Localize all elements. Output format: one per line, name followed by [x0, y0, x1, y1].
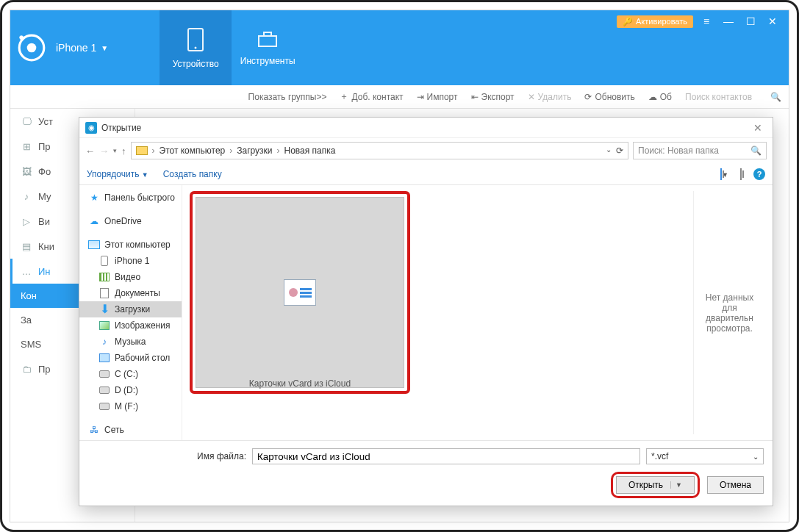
svg-point-1 [27, 43, 37, 53]
organize-menu[interactable]: Упорядочить ▼ [87, 169, 148, 179]
activate-button[interactable]: 🔑 Активировать [617, 15, 693, 28]
drive-icon [98, 369, 110, 379]
minimize-icon[interactable]: — [720, 15, 737, 28]
svg-rect-5 [264, 32, 271, 36]
breadcrumb-item[interactable]: Загрузки [237, 145, 272, 156]
chevron-down-icon[interactable]: ▼ [670, 481, 682, 489]
annotation-highlight: Карточки vCard из iCloud [190, 191, 410, 394]
briefcase-icon [257, 30, 279, 51]
tab-tools[interactable]: Инструменты [232, 10, 304, 85]
tree-node[interactable]: Рабочий стол [79, 350, 182, 366]
dialog-footer: Имя файла: *.vcf ⌄ Открыть ▼ Отмена [79, 440, 773, 506]
info-icon: … [21, 265, 32, 277]
preview-pane: Нет данных для дварительн просмотра. [693, 191, 765, 434]
folder-icon [136, 146, 148, 155]
star-icon: ★ [88, 193, 100, 203]
delete-button[interactable]: ✕Удалить [528, 92, 572, 102]
annotation-highlight: Открыть ▼ [611, 472, 700, 498]
file-item-selected[interactable]: Карточки vCard из iCloud [196, 197, 404, 388]
drive-icon [98, 385, 110, 395]
cancel-button[interactable]: Отмена [707, 476, 764, 494]
new-folder-button[interactable]: Создать папку [163, 169, 222, 179]
breadcrumb-bar[interactable]: › Этот компьютер › Загрузки › Новая папк… [131, 142, 629, 159]
tree-node[interactable]: iPhone 1 [79, 253, 182, 269]
import-icon: ⇥ [417, 92, 424, 102]
show-groups-button[interactable]: Показать группы>> [248, 92, 327, 102]
back-icon[interactable]: ← [85, 145, 95, 157]
download-icon: ⬇ [98, 304, 110, 314]
tab-label: Устройство [173, 59, 219, 69]
plus-icon: ＋ [340, 90, 348, 103]
tree-network[interactable]: 🖧Сеть [79, 422, 182, 438]
help-icon[interactable]: ? [753, 168, 765, 180]
app-logo [10, 10, 53, 85]
tree-node[interactable]: Видео [79, 269, 182, 285]
chevron-down-icon: ▼ [142, 171, 148, 179]
up-icon[interactable]: ↑ [121, 145, 126, 157]
tab-device[interactable]: Устройство [160, 10, 232, 85]
file-caption: Карточки vCard из iCloud [196, 378, 404, 389]
tree-node[interactable]: Изображения [79, 317, 182, 334]
device-icon [98, 256, 110, 266]
close-icon[interactable]: ✕ [749, 122, 767, 134]
preview-message: Нет данных для дварительн просмотра. [698, 292, 761, 334]
menu-icon[interactable]: ≡ [698, 15, 715, 28]
forward-icon[interactable]: → [99, 145, 109, 157]
search-placeholder: Поиск контактов [685, 92, 766, 102]
svg-point-3 [195, 46, 197, 48]
search-icon: 🔍 [770, 92, 781, 102]
pc-icon [88, 240, 100, 250]
about-button[interactable]: ☁Об [648, 92, 672, 102]
dialog-titlebar: ◉ Открытие ✕ [79, 118, 773, 138]
music-icon: ♪ [98, 337, 110, 347]
tree-node-downloads[interactable]: ⬇Загрузки [79, 301, 182, 317]
display-icon: 🖵 [21, 115, 32, 127]
filetype-select[interactable]: *.vcf ⌄ [646, 448, 764, 464]
tree-node[interactable]: M (F:) [79, 398, 182, 414]
refresh-icon[interactable]: ⟳ [616, 145, 623, 156]
dialog-toolbar: Упорядочить ▼ Создать папку ▼ ? [79, 163, 773, 185]
delete-icon: ✕ [528, 92, 535, 102]
open-button[interactable]: Открыть ▼ [616, 476, 695, 494]
filename-input[interactable] [252, 448, 640, 464]
vcard-icon [284, 279, 316, 306]
breadcrumb-item[interactable]: Новая папка [284, 145, 336, 156]
dialog-nav: ← → ▾ ↑ › Этот компьютер › Загрузки › Но… [79, 138, 773, 163]
chevron-down-icon[interactable]: ⌄ [606, 145, 612, 156]
refresh-icon: ⟳ [584, 92, 592, 102]
image-icon [98, 320, 110, 331]
tree-this-pc[interactable]: Этот компьютер [79, 237, 182, 253]
filename-label: Имя файла: [197, 451, 246, 461]
tree-node[interactable]: Документы [79, 285, 182, 301]
apps-icon: ⊞ [21, 140, 32, 152]
desktop-icon [98, 353, 110, 363]
search-contacts[interactable]: Поиск контактов 🔍 [685, 92, 781, 102]
preview-pane-icon[interactable] [740, 169, 742, 179]
search-icon: 🔍 [750, 145, 762, 156]
tree-onedrive[interactable]: ☁OneDrive [79, 213, 182, 229]
tab-label: Инструменты [240, 56, 295, 66]
dialog-search[interactable]: Поиск: Новая папка 🔍 [633, 142, 767, 159]
tree-quick-access[interactable]: ★Панель быстрого [79, 190, 182, 206]
refresh-button[interactable]: ⟳Обновить [584, 92, 634, 102]
tree-node[interactable]: C (C:) [79, 366, 182, 382]
breadcrumb-item[interactable]: Этот компьютер [160, 145, 226, 156]
maximize-icon[interactable]: ☐ [742, 15, 759, 28]
view-mode-icon[interactable]: ▼ [720, 169, 728, 179]
import-button[interactable]: ⇥Импорт [417, 92, 458, 102]
device-dropdown[interactable]: iPhone 1 ▼ [56, 10, 108, 85]
export-button[interactable]: ⇤Экспорт [471, 92, 515, 102]
tree-node[interactable]: D (D:) [79, 382, 182, 398]
folder-tree: ★Панель быстрого ☁OneDrive Этот компьюте… [79, 185, 182, 440]
cloud-icon: ☁ [648, 92, 657, 102]
document-icon [98, 288, 110, 298]
file-open-dialog: ◉ Открытие ✕ ← → ▾ ↑ › Этот компьютер › … [79, 117, 773, 506]
cloud-icon: ☁ [88, 216, 100, 226]
tree-node[interactable]: ♪Музыка [79, 334, 182, 350]
close-icon[interactable]: ✕ [764, 15, 781, 28]
device-name: iPhone 1 [56, 42, 96, 54]
add-contact-button[interactable]: ＋Доб. контакт [340, 90, 403, 103]
music-icon: ♪ [21, 190, 32, 202]
network-icon: 🖧 [88, 425, 100, 435]
chevron-down-icon[interactable]: ▾ [113, 147, 117, 154]
